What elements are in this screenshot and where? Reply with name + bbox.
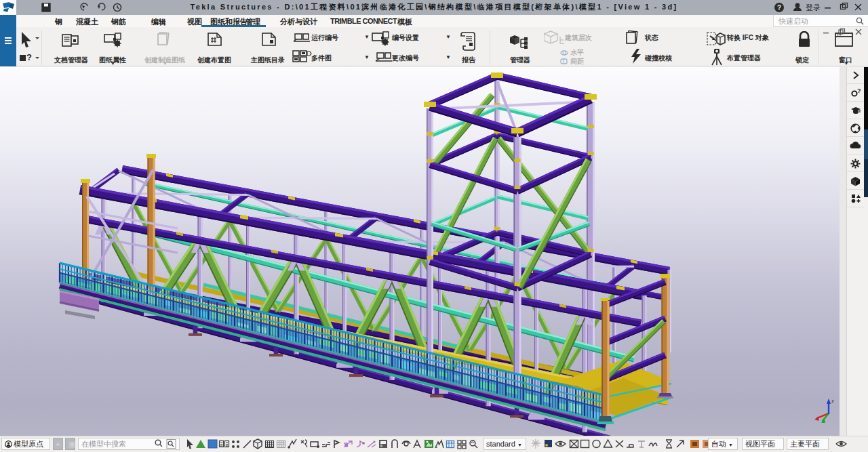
svg-text:?: ? xyxy=(26,52,32,62)
svg-text:?: ? xyxy=(777,4,781,12)
svg-text:?: ? xyxy=(857,88,861,94)
svg-text:登录: 登录 xyxy=(806,3,821,12)
svg-text:z: z xyxy=(831,398,834,404)
